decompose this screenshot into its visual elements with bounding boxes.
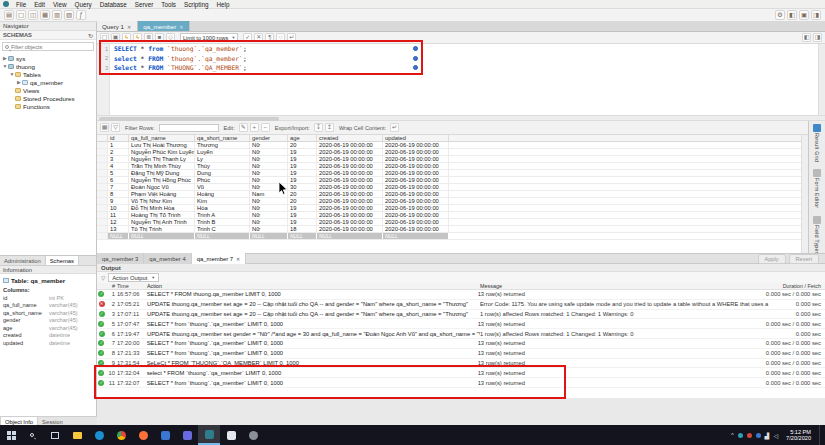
side-tab-result-grid[interactable]: Result Grid — [813, 124, 821, 162]
tray-app-icon[interactable] — [747, 433, 752, 438]
sql-line[interactable]: 1 SELECT * from `thuong`.`qa_member`; — [97, 44, 818, 54]
mail-icon[interactable] — [154, 425, 176, 445]
menu-tools[interactable]: Tools — [157, 0, 180, 9]
row-selector-cell[interactable] — [97, 177, 108, 183]
grid-view-icon[interactable]: ▦ — [100, 123, 109, 132]
cell-qa-full-name[interactable]: Nguyễn Phúc Kim Luyến — [129, 149, 195, 155]
cell-gender[interactable]: Nữ — [250, 156, 288, 162]
chrome-icon[interactable] — [110, 425, 132, 445]
output-row[interactable]: 9 17:31:54 SeLeCt * FROM `THUONG`.`QA_ME… — [97, 359, 825, 369]
cell-id[interactable]: 9 — [108, 198, 129, 204]
toggle-editor-sidebar-icon[interactable]: ◧ — [802, 33, 811, 42]
cell-created[interactable]: 2020-06-19 00:00:00 — [317, 205, 383, 211]
cell-gender[interactable]: NULL — [250, 233, 288, 239]
row-selector-cell[interactable] — [97, 205, 108, 211]
column-header-updated[interactable]: updated — [383, 135, 449, 141]
cell-updated[interactable]: 2020-06-19 00:00:00 — [383, 212, 449, 218]
cell-qa-full-name[interactable]: Võ Thị Như Kim — [129, 198, 195, 204]
cell-gender[interactable]: Nữ — [250, 205, 288, 211]
column-header-qa-full-name[interactable]: qa_full_name — [129, 135, 195, 141]
output-row[interactable]: 11 17:32:07 SELECT * from `thuong`.`qa_m… — [97, 378, 825, 388]
close-tab-icon[interactable]: ✕ — [127, 24, 131, 30]
mysql-workbench-icon[interactable] — [198, 425, 220, 445]
folder-functions[interactable]: Functions — [0, 102, 96, 110]
tab-qa-member-4[interactable]: qa_member 4 — [144, 253, 191, 264]
tab-administration[interactable]: Administration — [0, 256, 45, 265]
output-row[interactable]: 5 17:07:47 SELECT * from `thuong`.`qa_me… — [97, 319, 825, 329]
cell-age[interactable]: 19 — [288, 177, 317, 183]
create-view-icon[interactable]: ▥ — [52, 10, 62, 20]
table-row[interactable]: 2 Nguyễn Phúc Kim Luyến Luyến Nữ 19 2020… — [97, 149, 808, 156]
row-selector-cell[interactable] — [97, 198, 108, 204]
cell-updated[interactable]: 2020-06-19 00:00:00 — [383, 226, 449, 232]
cell-id[interactable]: 6 — [108, 177, 129, 183]
schema-filter-input[interactable] — [11, 44, 81, 50]
hidden-icons-chevron-icon[interactable]: ^ — [731, 432, 734, 438]
execute-query-icon[interactable]: ϟ — [122, 33, 131, 42]
start-button[interactable] — [0, 425, 22, 445]
delete-record-icon[interactable]: − — [261, 123, 270, 132]
settings-icon[interactable] — [242, 425, 264, 445]
cell-qa-full-name[interactable]: Nguyễn Thị Thanh Ly — [129, 156, 195, 162]
cell-qa-short-name[interactable]: Thương — [195, 142, 250, 148]
cell-qa-short-name[interactable]: Trinh B — [195, 219, 250, 225]
table-row[interactable]: NULL NULL NULL NULL NULL NULL NULL — [97, 233, 808, 240]
table-row[interactable]: 12 Nguyễn Thị Anh Trinh Trinh B Nữ 19 20… — [97, 219, 808, 226]
cell-created[interactable]: 2020-06-19 00:00:00 — [317, 198, 383, 204]
tab-qa-member-3[interactable]: qa_member 3 — [97, 253, 144, 264]
side-tab-field-types[interactable]: Field Types — [813, 216, 821, 255]
cell-id[interactable]: 5 — [108, 170, 129, 176]
cell-age[interactable]: 20 — [288, 198, 317, 204]
cell-gender[interactable]: Nữ — [250, 170, 288, 176]
toggle-stop-on-error-icon[interactable]: ◇ — [166, 33, 175, 42]
cell-id[interactable]: 7 — [108, 184, 129, 190]
column-header-id[interactable]: id — [108, 135, 129, 141]
cell-qa-short-name[interactable]: Trinh C — [195, 226, 250, 232]
filter-icon[interactable]: ▽ — [111, 123, 120, 132]
edit-record-icon[interactable]: ✎ — [239, 123, 248, 132]
row-selector-cell[interactable] — [97, 219, 108, 225]
cell-gender[interactable]: Nữ — [250, 226, 288, 232]
row-selector-cell[interactable] — [97, 149, 108, 155]
cell-id[interactable]: 2 — [108, 149, 129, 155]
output-row[interactable]: 1 16:57:06 SELECT * FROM thuong.qa_membe… — [97, 290, 825, 300]
explain-plan-icon[interactable]: ≣ — [144, 33, 153, 42]
open-script-icon[interactable]: ▢ — [16, 10, 26, 20]
create-procedure-icon[interactable]: ▧ — [64, 10, 74, 20]
cell-updated[interactable]: 2020-06-19 00:00:00 — [383, 177, 449, 183]
cell-created[interactable]: 2020-06-19 00:00:00 — [317, 226, 383, 232]
table-row[interactable]: 8 Phạm Việt Hoàng Hoàng Nam 20 2020-06-1… — [97, 191, 808, 198]
cell-id[interactable]: 3 — [108, 156, 129, 162]
cell-updated[interactable]: 2020-06-19 00:00:00 — [383, 198, 449, 204]
create-table-icon[interactable]: ▦ — [40, 10, 50, 20]
sql-editor[interactable]: 1 SELECT * from `thuong`.`qa_member`; 2 … — [97, 44, 818, 115]
cell-qa-short-name[interactable]: Hòa — [195, 205, 250, 211]
export-records-icon[interactable]: ↧ — [314, 123, 323, 132]
cell-updated[interactable]: 2020-06-19 00:00:00 — [383, 219, 449, 225]
menu-help[interactable]: Help — [212, 0, 233, 9]
cell-age[interactable]: 30 — [288, 184, 317, 190]
menu-file[interactable]: File — [12, 0, 30, 9]
row-selector-cell[interactable] — [97, 156, 108, 162]
cell-age[interactable]: 19 — [288, 219, 317, 225]
column-header-created[interactable]: created — [317, 135, 383, 141]
create-schema-icon[interactable]: ◫ — [28, 10, 38, 20]
menu-database[interactable]: Database — [96, 0, 131, 9]
column-header-qa-short-name[interactable]: qa_short_name — [195, 135, 250, 141]
cell-created[interactable]: 2020-06-19 00:00:00 — [317, 163, 383, 169]
taskbar-search-icon[interactable] — [22, 425, 44, 445]
folder-tables[interactable]: ▼ Tables — [0, 70, 96, 78]
cell-id[interactable]: 10 — [108, 205, 129, 211]
save-sql-icon[interactable]: ▣ — [111, 33, 120, 42]
row-selector-cell[interactable] — [97, 191, 108, 197]
execute-current-statement-icon[interactable]: ϟ — [133, 33, 142, 42]
filter-rows-input[interactable] — [159, 124, 219, 132]
cell-gender[interactable]: Nữ — [250, 219, 288, 225]
cell-age[interactable]: 18 — [288, 226, 317, 232]
notepad-icon[interactable] — [220, 425, 242, 445]
cell-qa-full-name[interactable]: Nguyễn Thị Hồng Phúc — [129, 177, 195, 183]
menu-query[interactable]: Query — [71, 0, 96, 9]
menu-edit[interactable]: Edit — [30, 0, 49, 9]
refresh-schemas-icon[interactable]: ↻ — [88, 32, 93, 39]
side-tab-form-editor[interactable]: Form Editor — [813, 169, 821, 208]
